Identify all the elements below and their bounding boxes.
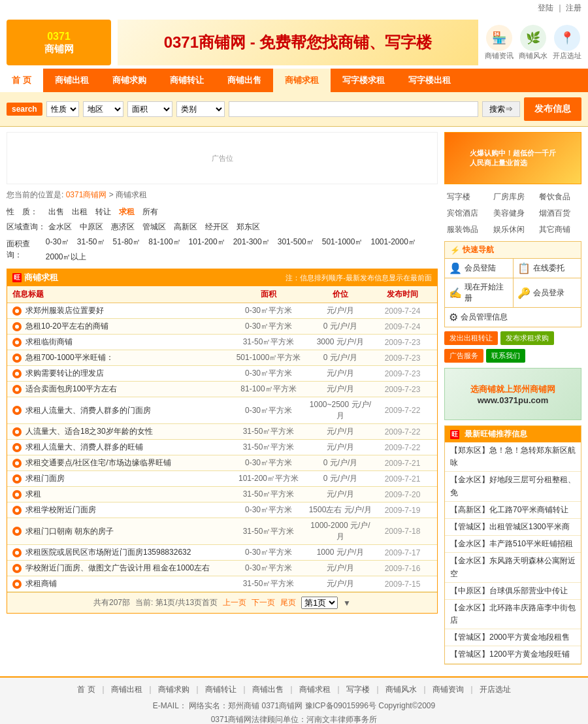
nav-rent-out[interactable]: 商铺出租 <box>43 69 101 92</box>
row-title[interactable]: 求租学校附近门面房 <box>25 504 229 516</box>
register-link[interactable]: 注册 <box>566 3 581 12</box>
row-title[interactable]: 求租临街商铺 <box>25 337 229 348</box>
news-item[interactable]: 【中原区】台球俱乐部营业中传让 <box>445 583 581 600</box>
nav-office-rent[interactable]: 写字楼求租 <box>331 69 397 92</box>
nav-office-out[interactable]: 写字楼出租 <box>397 69 463 92</box>
filter-size-1[interactable]: 31-50㎡ <box>74 236 108 248</box>
ad-service-btn[interactable]: 广告服务 <box>444 349 483 363</box>
cat-entertainment[interactable]: 娱乐休闲 <box>491 222 536 237</box>
quick-nav-member-info[interactable]: ⚙ 会员管理信息 <box>445 308 581 327</box>
header-icon-location[interactable]: 📍 开店选址 <box>553 25 581 61</box>
row-title[interactable]: 求租门口朝南 朝东的房子 <box>25 526 229 537</box>
filter-size-9[interactable]: 2000㎡以上 <box>43 251 90 263</box>
pagination-last[interactable]: 尾页 <box>280 597 296 608</box>
pagination-prev[interactable]: 上一页 <box>223 597 246 608</box>
quick-nav-register[interactable]: ✍ 现在开始注册 <box>445 278 513 307</box>
pagination-page-select[interactable]: 第1页 <box>301 597 338 609</box>
search-button[interactable]: 搜索⇒ <box>482 101 520 117</box>
news-item[interactable]: 【管城区】2000平方黄金地段租售 <box>445 629 581 646</box>
news-item[interactable]: 【管城区】出租管城区1300平米商 <box>445 519 581 536</box>
filter-size-3[interactable]: 81-100㎡ <box>146 236 183 248</box>
header-icon-news[interactable]: 🏪 商铺资讯 <box>485 25 514 61</box>
sidebar-top-ad[interactable]: 火爆认购中！超低价一千斤人民商上量业首选 <box>444 132 581 184</box>
news-item[interactable]: 【高新区】化工路70平米商铺转让 <box>445 502 581 519</box>
filter-region-gaoxin[interactable]: 高新区 <box>171 221 200 233</box>
filter-region-huiji[interactable]: 惠济区 <box>108 221 137 233</box>
quick-nav-commission[interactable]: 📋 在线委托 <box>514 259 581 278</box>
cat-hotel[interactable]: 宾馆酒店 <box>444 206 489 221</box>
footer-nav-transfer[interactable]: 商铺转让 <box>205 684 237 695</box>
nav-sell[interactable]: 商铺出售 <box>216 69 273 92</box>
logo[interactable]: 0371 商铺网 <box>7 20 111 65</box>
nav-buy[interactable]: 商铺求购 <box>101 69 158 92</box>
footer-nav-wantrent[interactable]: 商铺求租 <box>299 684 331 695</box>
filter-region-jinshui[interactable]: 金水区 <box>46 221 74 233</box>
nav-home[interactable]: 首 页 <box>0 69 43 92</box>
publish-buy-btn[interactable]: 发布求租求购 <box>500 331 554 345</box>
filter-nature-transfer[interactable]: 转让 <box>93 206 114 218</box>
quick-nav-login[interactable]: 👤 会员登陆 <box>445 259 513 278</box>
news-item[interactable]: 【金水区】东风路天明森林公寓附近空 <box>445 553 581 582</box>
filter-size-8[interactable]: 1001-2000㎡ <box>368 236 418 248</box>
contact-btn[interactable]: 联系我们 <box>486 349 525 363</box>
row-title[interactable]: 求租门面房 <box>25 473 229 484</box>
type-select[interactable]: 类别写字楼厂房库房餐饮食品 <box>176 101 225 117</box>
size-select[interactable]: 面积0-30㎡31-50㎡51-80㎡ <box>127 101 172 117</box>
quick-nav-member-login[interactable]: 🔑 会员登录 <box>514 278 581 307</box>
row-title[interactable]: 求租交通要点/社区住宅/市场边缘临界旺铺 <box>25 457 229 469</box>
footer-nav-sell[interactable]: 商铺出售 <box>252 684 284 695</box>
nav-transfer[interactable]: 商铺转让 <box>158 69 216 92</box>
news-item[interactable]: 【金水区】丰产路510平米旺铺招租 <box>445 536 581 553</box>
filter-size-6[interactable]: 301-500㎡ <box>275 236 317 248</box>
breadcrumb-home[interactable]: 0371商铺网 <box>66 190 107 199</box>
sidebar-ad-banner[interactable]: 选商铺就上郑州商铺网 www.0371pu.com <box>444 368 581 420</box>
quality-select[interactable]: 性质出售出租转让求租 <box>46 101 79 117</box>
news-item[interactable]: 【郑东区】急！急！急转郑东新区航咏 <box>445 442 581 472</box>
filter-nature-wantrent[interactable]: 求租 <box>116 206 137 218</box>
row-title[interactable]: 求租人流量大、消费人群多的旺铺 <box>25 442 229 453</box>
cat-food[interactable]: 餐饮食品 <box>536 189 581 205</box>
search-input[interactable] <box>229 101 478 117</box>
filter-size-0[interactable]: 0-30㎡ <box>43 236 72 248</box>
footer-nav-office[interactable]: 写字楼 <box>346 684 370 695</box>
area-select[interactable]: 地区金水区中原区惠济区管城区 <box>83 101 123 117</box>
news-item[interactable]: 【管城区】1200平方黄金地段旺铺 <box>445 646 581 663</box>
cat-clothes[interactable]: 服装饰品 <box>444 222 489 237</box>
row-title[interactable]: 人流量大、适合18之30岁年龄的女性 <box>25 426 229 437</box>
login-link[interactable]: 登陆 <box>538 3 553 12</box>
filter-region-zhongyuan[interactable]: 中原区 <box>77 221 106 233</box>
cat-tobacco[interactable]: 烟酒百货 <box>536 206 581 221</box>
cat-office[interactable]: 写字楼 <box>444 189 489 205</box>
pagination-next[interactable]: 下一页 <box>252 597 275 608</box>
row-title[interactable]: 求租商铺 <box>25 578 229 589</box>
cat-warehouse[interactable]: 厂房库房 <box>491 189 536 205</box>
row-title[interactable]: 学校附近门面房、做图文广告设计用 租金在1000左右 <box>25 563 229 574</box>
filter-region-jingkai[interactable]: 经开区 <box>203 221 231 233</box>
filter-nature-all[interactable]: 所有 <box>140 206 161 218</box>
row-title[interactable]: 求租人流量大、消费人群多的门面房 <box>25 405 229 416</box>
row-title[interactable]: 急租10-20平左右的商铺 <box>25 321 229 332</box>
footer-nav-rent[interactable]: 商铺出租 <box>111 684 142 695</box>
footer-nav-home[interactable]: 首 页 <box>77 684 95 695</box>
footer-nav-location[interactable]: 开店选址 <box>480 684 511 695</box>
publish-rent-btn[interactable]: 发出出租转让 <box>444 331 498 345</box>
row-title[interactable]: 求租医院或居民区市场附近门面房13598832632 <box>25 547 229 558</box>
publish-button[interactable]: 发布信息 <box>524 97 581 121</box>
footer-nav-buy[interactable]: 商铺求购 <box>158 684 189 695</box>
filter-size-7[interactable]: 501-1000㎡ <box>319 236 366 248</box>
filter-size-4[interactable]: 101-200㎡ <box>186 236 228 248</box>
row-title[interactable]: 急租700-1000平米旺铺： <box>25 352 229 363</box>
filter-region-zhengdong[interactable]: 郑东区 <box>234 221 263 233</box>
row-title[interactable]: 求租 <box>25 489 229 500</box>
cat-beauty[interactable]: 美容健身 <box>491 206 536 221</box>
news-item[interactable]: 【金水区】好地段三层可分租整租、免 <box>445 472 581 501</box>
row-title[interactable]: 适合卖面包房100平方左右 <box>25 384 229 395</box>
filter-region-guancheng[interactable]: 管城区 <box>140 221 169 233</box>
news-item[interactable]: 【金水区】北环路丰庆路庙李中街包店 <box>445 600 581 629</box>
filter-nature-sell[interactable]: 出售 <box>46 206 67 218</box>
footer-nav-news[interactable]: 商铺资询 <box>433 684 464 695</box>
header-icon-fengshui[interactable]: 🌿 商铺风水 <box>519 25 547 61</box>
filter-size-5[interactable]: 201-300㎡ <box>231 236 272 248</box>
cat-other[interactable]: 其它商铺 <box>536 222 581 237</box>
row-title[interactable]: 求购需要转让的理发店 <box>25 368 229 379</box>
